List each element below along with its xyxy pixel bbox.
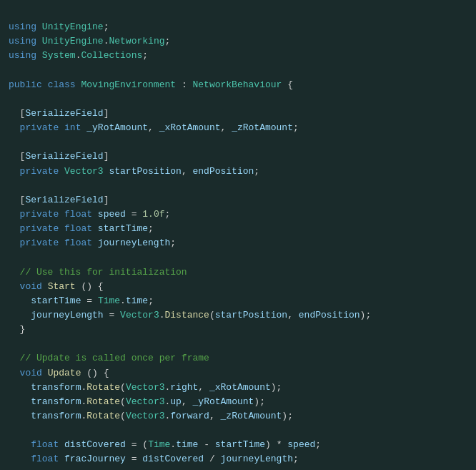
line-field3a: private float speed = 1.0f; <box>9 209 170 220</box>
line-blank1 <box>9 65 14 76</box>
line-comment2: // Update is called once per frame <box>9 353 209 363</box>
line-using1: using UnityEngine; <box>9 21 109 32</box>
line-comment1: // Use this for initialization <box>9 267 187 278</box>
line-using3: using System.Collections; <box>9 50 148 61</box>
code-editor: using UnityEngine; using UnityEngine.Net… <box>0 0 476 470</box>
line-blank4 <box>9 180 14 191</box>
line-starttime: startTime = Time.time; <box>9 295 154 306</box>
line-distcovered: float distCovered = (Time.time - startTi… <box>9 439 321 450</box>
line-blank6 <box>9 338 14 349</box>
line-sf3: [SerializeField] <box>9 195 109 205</box>
line-blank3 <box>9 137 14 147</box>
line-field2: private Vector3 startPosition, endPositi… <box>9 166 259 177</box>
line-field3c: private float journeyLength; <box>9 238 176 248</box>
line-close1: } <box>9 324 25 335</box>
line-sf2: [SerializeField] <box>9 151 109 162</box>
line-sf1: [SerializeField] <box>9 108 109 119</box>
line-start-decl: void Start () { <box>9 281 104 292</box>
line-rotate3: transform.Rotate(Vector3.forward, _zRotA… <box>9 411 293 421</box>
line-rotate2: transform.Rotate(Vector3.up, _yRotAmount… <box>9 396 265 407</box>
line-using2: using UnityEngine.Networking; <box>9 36 170 46</box>
line-blank2 <box>9 94 14 104</box>
line-fracjourney: float fracJourney = distCovered / journe… <box>9 454 299 464</box>
line-journeylength: journeyLength = Vector3.Distance(startPo… <box>9 310 371 320</box>
line-class: public class MovingEnvironment : Network… <box>9 79 293 90</box>
line-field1: private int _yRotAmount, _xRotAmount, _z… <box>9 122 299 133</box>
line-field3b: private float startTime; <box>9 223 154 234</box>
line-update-decl: void Update () { <box>9 368 109 378</box>
line-blank7 <box>9 425 14 436</box>
line-blank5 <box>9 252 14 263</box>
line-rotate1: transform.Rotate(Vector3.right, _xRotAmo… <box>9 382 282 393</box>
